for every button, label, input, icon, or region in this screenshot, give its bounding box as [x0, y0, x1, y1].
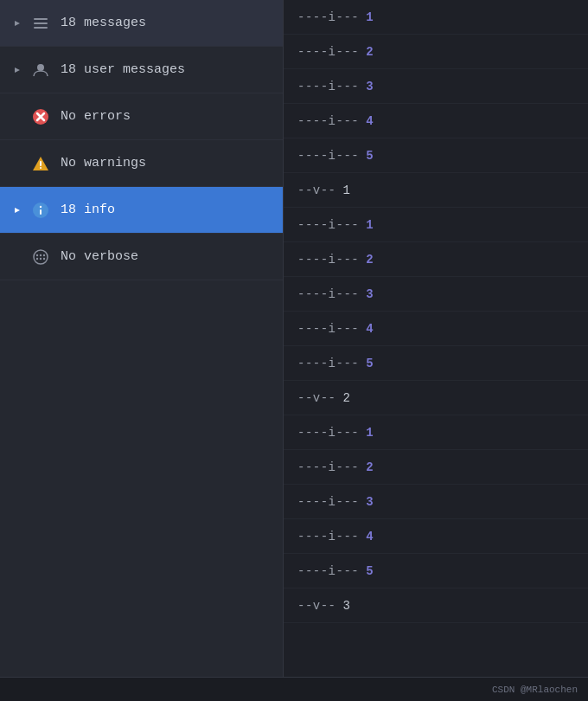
sidebar-item-errors[interactable]: No errors [0, 93, 283, 140]
log-row: ----i---1 [284, 208, 588, 242]
sidebar-item-label-warnings: No warnings [61, 156, 146, 170]
log-num: 5 [366, 149, 373, 163]
log-row: ----i---4 [284, 104, 588, 138]
user-icon [29, 61, 52, 79]
sidebar: 18 messages 18 user messages No errors N… [0, 0, 284, 677]
svg-point-15 [40, 205, 42, 207]
svg-point-21 [40, 257, 42, 259]
svg-point-20 [36, 257, 38, 259]
list-icon [29, 15, 52, 32]
sidebar-item-info[interactable]: 18 info [0, 187, 283, 234]
svg-marker-12 [15, 208, 20, 213]
log-row: ----i---2 [284, 35, 588, 69]
log-num: 2 [366, 45, 373, 59]
content-panel: ----i---1----i---2----i---3----i---4----… [284, 0, 588, 677]
log-text: ----i--- [297, 530, 359, 543]
log-row: ----i---4 [284, 519, 588, 554]
log-row: ----i---3 [284, 485, 588, 519]
log-num: 1 [366, 10, 373, 24]
log-text: ----i--- [297, 10, 359, 24]
log-num: 2 [366, 253, 373, 267]
log-text: --v-- [297, 391, 336, 405]
log-num: 2 [366, 460, 373, 474]
log-text: ----i--- [297, 564, 359, 578]
log-row: --v--2 [284, 381, 588, 415]
log-num: 3 [366, 80, 373, 93]
log-text: ----i--- [297, 253, 359, 267]
log-row: ----i---3 [284, 69, 588, 104]
svg-point-16 [34, 250, 48, 264]
log-row: --v--1 [284, 173, 588, 208]
log-num: 1 [343, 183, 350, 197]
log-num: 2 [343, 391, 350, 405]
sidebar-item-label-user-messages: 18 user messages [61, 62, 185, 77]
svg-rect-14 [40, 209, 42, 215]
svg-marker-0 [15, 21, 20, 26]
log-num: 5 [366, 564, 373, 578]
log-text: ----i--- [297, 357, 359, 370]
log-text: ----i--- [297, 322, 359, 336]
verbose-icon [29, 248, 52, 266]
arrow-icon-user-messages [10, 66, 24, 74]
sidebar-item-label-info: 18 info [61, 203, 115, 217]
svg-point-22 [43, 257, 45, 259]
log-num: 3 [366, 287, 373, 301]
log-num: 3 [366, 495, 373, 509]
svg-rect-1 [34, 18, 48, 20]
svg-point-5 [37, 64, 44, 71]
svg-point-17 [36, 254, 38, 255]
log-num: 4 [366, 322, 373, 336]
info-icon [29, 202, 52, 219]
log-row: ----i---3 [284, 277, 588, 312]
log-text: ----i--- [297, 45, 359, 59]
main-container: 18 messages 18 user messages No errors N… [0, 0, 588, 677]
log-row: ----i---2 [284, 242, 588, 277]
arrow-icon-info [10, 206, 24, 215]
sidebar-item-label-messages: 18 messages [61, 16, 146, 30]
sidebar-item-messages[interactable]: 18 messages [0, 0, 283, 47]
sidebar-item-label-errors: No errors [61, 109, 131, 124]
svg-point-19 [43, 254, 45, 255]
log-num: 5 [366, 357, 373, 370]
log-num: 1 [366, 426, 373, 440]
sidebar-item-verbose[interactable]: No verbose [0, 234, 283, 280]
log-row: ----i---1 [284, 415, 588, 450]
log-text: ----i--- [297, 114, 359, 128]
log-text: ----i--- [297, 287, 359, 301]
log-num: 3 [343, 599, 350, 613]
log-text: --v-- [297, 599, 336, 613]
sidebar-item-user-messages[interactable]: 18 user messages [0, 47, 283, 93]
sidebar-item-label-verbose: No verbose [61, 249, 138, 264]
log-row: ----i---5 [284, 346, 588, 381]
log-row: ----i---4 [284, 312, 588, 346]
log-text: ----i--- [297, 80, 359, 93]
log-text: ----i--- [297, 149, 359, 163]
log-num: 4 [366, 530, 373, 543]
log-num: 4 [366, 114, 373, 128]
log-row: ----i---1 [284, 0, 588, 35]
log-text: ----i--- [297, 426, 359, 440]
log-text: ----i--- [297, 460, 359, 474]
footer-text: CSDN @MRlaochen [492, 685, 578, 695]
log-text: ----i--- [297, 218, 359, 232]
log-row: ----i---2 [284, 450, 588, 485]
log-num: 1 [366, 218, 373, 232]
arrow-icon-messages [10, 19, 24, 28]
footer: CSDN @MRlaochen [0, 677, 588, 701]
log-text: --v-- [297, 183, 336, 197]
svg-rect-3 [34, 27, 48, 29]
svg-point-18 [40, 254, 42, 255]
svg-rect-10 [40, 161, 42, 166]
log-row: ----i---5 [284, 554, 588, 588]
log-row: --v--3 [284, 588, 588, 623]
svg-marker-4 [15, 68, 20, 73]
log-text: ----i--- [297, 495, 359, 509]
warning-icon [29, 155, 52, 172]
error-icon [29, 108, 52, 125]
sidebar-item-warnings[interactable]: No warnings [0, 140, 283, 187]
svg-rect-2 [34, 23, 48, 24]
log-row: ----i---5 [284, 138, 588, 173]
svg-point-11 [40, 167, 42, 169]
